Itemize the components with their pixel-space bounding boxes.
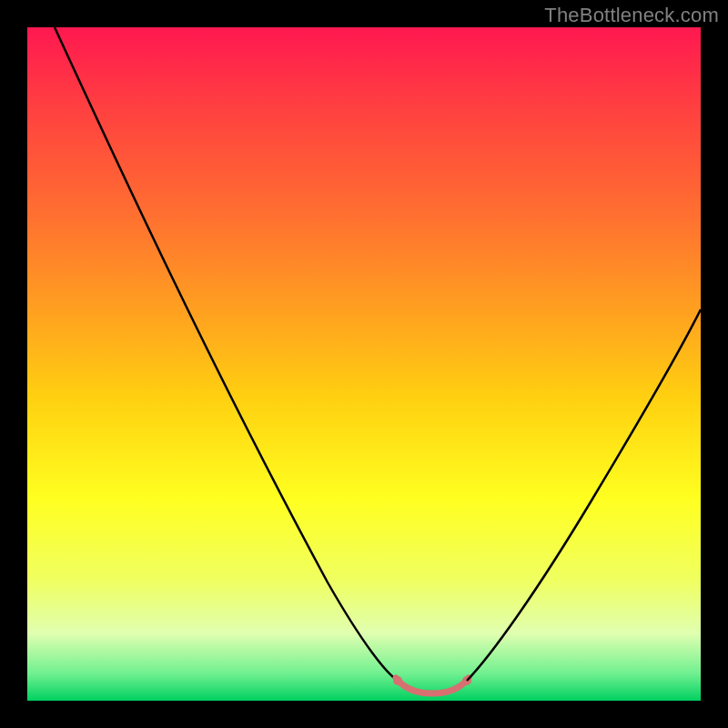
bottleneck-curve xyxy=(27,27,701,701)
curve-right xyxy=(467,309,701,681)
plot-area xyxy=(27,27,701,701)
curve-left xyxy=(55,27,398,681)
chart-frame: TheBottleneck.com xyxy=(0,0,728,728)
flat-start-dot xyxy=(393,676,402,685)
watermark-text: TheBottleneck.com xyxy=(544,4,719,27)
curve-flat-bottom xyxy=(396,678,469,693)
